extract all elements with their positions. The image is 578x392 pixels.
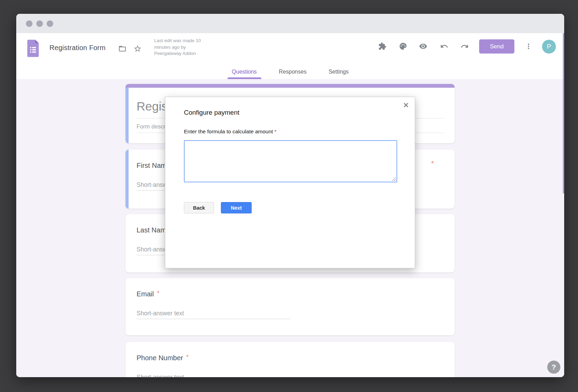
window-control-dot[interactable] — [26, 20, 32, 27]
question-label-text: Email — [137, 290, 154, 298]
formula-field-label-text: Enter the formula to calculate amount — [184, 128, 273, 134]
tab-questions-label: Questions — [232, 69, 257, 75]
back-button[interactable]: Back — [184, 202, 214, 213]
tab-responses-label: Responses — [279, 69, 307, 75]
star-icon[interactable] — [133, 45, 142, 53]
card-accent-bar — [125, 84, 455, 88]
window-control-dot[interactable] — [36, 20, 43, 27]
required-asterisk: * — [186, 354, 189, 361]
formula-field-label: Enter the formula to calculate amount* — [184, 128, 277, 135]
document-title[interactable]: Registration Form — [49, 44, 105, 52]
forms-header: Registration Form Last edit was made 10 … — [16, 33, 564, 68]
window-control-dot[interactable] — [47, 20, 53, 27]
palette-theme-icon[interactable] — [399, 42, 407, 50]
forms-doc-icon[interactable] — [27, 40, 39, 58]
help-button[interactable]: ? — [547, 361, 560, 374]
question-card-email[interactable]: Email* Short-answer text — [125, 278, 455, 335]
next-button[interactable]: Next — [221, 202, 252, 213]
tab-settings[interactable]: Settings — [324, 68, 353, 79]
configure-payment-dialog: × Configure payment Enter the formula to… — [165, 97, 415, 268]
puzzle-addons-icon[interactable] — [378, 42, 386, 50]
required-asterisk: * — [431, 159, 434, 168]
dialog-title: Configure payment — [184, 109, 240, 116]
required-asterisk: * — [274, 128, 277, 134]
tab-responses[interactable]: Responses — [274, 68, 311, 79]
answer-underline — [137, 319, 290, 319]
tab-settings-label: Settings — [329, 69, 349, 75]
last-edit-note[interactable]: Last edit was made 10 minutes ago by Pee… — [154, 38, 211, 57]
scrollbar-thumb[interactable] — [563, 33, 564, 193]
required-asterisk: * — [157, 290, 159, 297]
close-icon[interactable]: × — [403, 100, 409, 110]
question-card-phone-number[interactable]: Phone Number* Short-answer text — [125, 342, 455, 377]
answer-placeholder: Short-answer text — [137, 374, 184, 377]
preview-eye-icon[interactable] — [419, 42, 427, 50]
question-label[interactable]: Phone Number* — [137, 354, 189, 362]
folder-icon[interactable] — [118, 45, 127, 53]
window-titlebar — [16, 14, 564, 33]
app-window: Registration Form Last edit was made 10 … — [16, 14, 564, 377]
account-avatar[interactable]: P — [542, 40, 556, 54]
undo-icon[interactable] — [440, 42, 448, 50]
selected-indicator-stripe — [125, 88, 129, 143]
tab-questions[interactable]: Questions — [227, 68, 261, 79]
form-tabbar: Questions Responses Settings — [16, 68, 564, 79]
question-label[interactable]: Email* — [137, 290, 159, 298]
more-vert-icon[interactable] — [524, 42, 533, 50]
send-button[interactable]: Send — [479, 39, 514, 54]
question-label-text: Phone Number — [137, 354, 183, 362]
answer-placeholder: Short-answer text — [137, 310, 184, 317]
redo-icon[interactable] — [460, 42, 469, 50]
formula-textarea[interactable] — [184, 140, 397, 182]
selected-indicator-stripe — [125, 150, 129, 209]
